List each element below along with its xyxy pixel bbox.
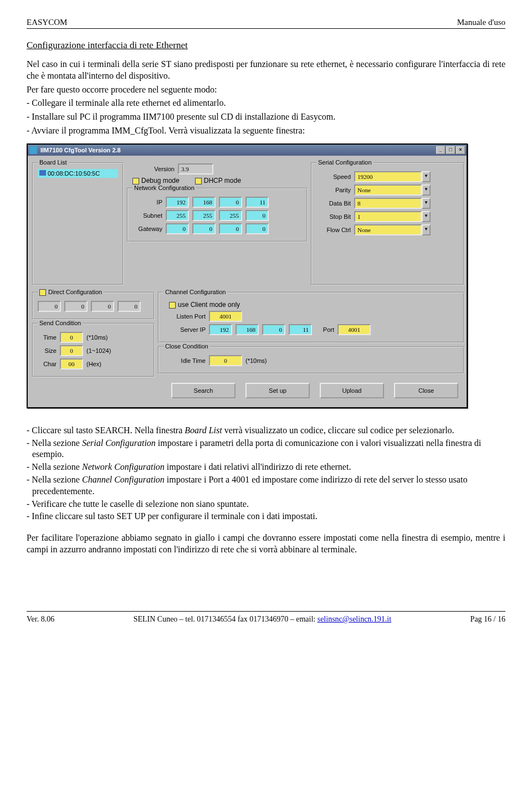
step-top-3: - Avviare il programma IMM_CfgTool. Verr… [27,125,505,137]
footer-rule [27,611,505,612]
intro-paragraph: Nel caso in cui i terminali della serie … [27,59,505,82]
dhcp-checkbox[interactable]: DHCP mode [195,177,241,184]
serverip-field-3[interactable]: 0 [262,324,285,335]
network-config-legend: Network Configuration [132,184,196,191]
ip-field-3[interactable]: 0 [219,197,242,208]
close-condition-group: Close Condition Idle Time 0 (*10ms) [158,346,464,374]
gateway-field-4[interactable]: 0 [245,223,269,234]
port-label: Port [315,326,334,333]
page-footer: Ver. 8.06 SELIN Cuneo – tel. 0171346554 … [27,615,505,624]
send-condition-legend: Send Condition [38,320,83,326]
gateway-label: Gateway [132,225,162,232]
step-bottom-6: - Infine cliccare sul tasto SET UP per c… [27,511,505,522]
minimize-button[interactable]: _ [436,146,445,154]
parity-label: Parity [316,187,351,193]
ip-field-1[interactable]: 192 [166,197,189,208]
char-field[interactable]: 00 [60,358,83,370]
port-field[interactable]: 4001 [337,324,371,335]
app-window: IIM7100 CfgTool Version 2.8 _ □ × Board … [27,143,468,408]
direct-config-group: Direct Configuration 0 0 0 0 [32,292,155,320]
time-label: Time [38,334,57,341]
speed-label: Speed [316,173,351,180]
page-header: EASYCOM Manuale d'uso [27,18,505,27]
size-field[interactable]: 0 [60,345,83,356]
chevron-down-icon: ▼ [422,184,431,196]
board-list-item[interactable]: 00:08:DC:10:50:5C [38,169,118,178]
direct-field-4[interactable]: 0 [117,301,141,312]
direct-checkbox[interactable] [39,289,46,296]
direct-field-2[interactable]: 0 [64,301,88,312]
size-suffix: (1~1024) [86,347,111,354]
upload-button[interactable]: Upload [320,383,384,398]
header-right: Manuale d'uso [457,18,505,27]
footer-version: Ver. 8.06 [27,615,54,624]
serverip-field-4[interactable]: 11 [289,324,312,335]
step-top-2: - Installare sul PC il programma IIM7100… [27,111,505,123]
databit-label: Data Bit [316,200,351,207]
board-list-group: Board List 00:08:DC:10:50:5C [32,162,124,285]
closing-paragraph: Per facilitare l'operazione abbiamo segn… [27,532,505,556]
ip-field-4[interactable]: 11 [245,197,269,208]
time-suffix: (*10ms) [86,334,108,341]
gateway-field-3[interactable]: 0 [219,223,242,234]
channel-config-group: Channel Configuration use Client mode on… [158,292,464,343]
step-top-1: - Collegare il terminale alla rete ether… [27,98,505,109]
parity-select[interactable]: None▼ [354,184,431,196]
flowctrl-label: Flow Ctrl [316,227,351,233]
maximize-button[interactable]: □ [446,146,455,154]
subnet-label: Subnet [132,212,162,219]
app-icon [29,146,37,154]
char-suffix: (Hex) [86,361,101,367]
flowctrl-select[interactable]: None▼ [354,224,431,235]
stopbit-label: Stop Bit [316,213,351,220]
footer-email-link[interactable]: selinsnc@selincn.191.it [318,615,391,623]
serial-config-group: Serial Configuration Speed 19200▼ Parity… [311,162,464,285]
subnet-field-1[interactable]: 255 [166,210,189,221]
version-label: Version [127,166,175,172]
step-bottom-2: - Nella sezione Serial Configuration imp… [27,438,505,461]
databit-select[interactable]: 8▼ [354,198,431,209]
chevron-down-icon: ▼ [422,198,431,209]
direct-field-3[interactable]: 0 [91,301,114,312]
chevron-down-icon: ▼ [422,224,431,235]
client-mode-checkbox[interactable]: use Client mode only [169,301,240,309]
char-label: Char [38,361,57,367]
gateway-field-2[interactable]: 0 [192,223,216,234]
size-label: Size [38,347,57,354]
center-top-column: Version 3.9 Debug mode DHCP mode Network… [127,159,308,285]
time-field[interactable]: 0 [60,332,83,343]
intro-paragraph-2: Per fare questo occorre procedere nel se… [27,84,505,96]
channel-config-legend: Channel Configuration [163,289,227,295]
page-title: Configurazione interfaccia di rete Ether… [27,40,505,51]
idle-time-field[interactable]: 0 [209,355,242,366]
chevron-down-icon: ▼ [422,211,431,222]
close-button[interactable]: × [456,146,465,154]
subnet-field-3[interactable]: 255 [219,210,242,221]
close-app-button[interactable]: Close [394,383,458,398]
network-config-group: Network Configuration IP 192 168 0 11 Su… [127,188,308,242]
subnet-field-4[interactable]: 0 [245,210,269,221]
header-left: EASYCOM [27,18,67,27]
serverip-field-2[interactable]: 168 [236,324,259,335]
listen-port-field[interactable]: 4001 [209,311,242,322]
speed-select[interactable]: 19200▼ [354,171,431,182]
subnet-field-2[interactable]: 255 [192,210,216,221]
version-field: 3.9 [178,163,213,175]
search-button[interactable]: Search [171,383,236,398]
ip-field-2[interactable]: 168 [192,197,216,208]
serverip-field-1[interactable]: 192 [209,324,232,335]
stopbit-select[interactable]: 1▼ [354,211,431,222]
idle-time-suffix: (*10ms) [245,357,267,364]
step-bottom-4: - Nella sezione Channel Configuration im… [27,474,505,497]
serial-config-legend: Serial Configuration [316,159,374,166]
direct-field-1[interactable]: 0 [38,301,61,312]
debug-checkbox[interactable]: Debug mode [132,177,180,184]
ip-label: IP [132,199,162,206]
footer-contact: SELIN Cuneo – tel. 0171346554 fax 017134… [134,615,392,624]
window-title: IIM7100 CfgTool Version 2.8 [40,147,435,153]
send-condition-group: Send Condition Time 0 (*10ms) Size 0 (1~… [32,323,155,377]
step-bottom-1: - Cliccare sul tasto SEARCH. Nella fines… [27,425,505,437]
setup-button[interactable]: Set up [245,383,310,398]
gateway-field-1[interactable]: 0 [166,223,189,234]
direct-config-legend: Direct Configuration [38,289,104,296]
